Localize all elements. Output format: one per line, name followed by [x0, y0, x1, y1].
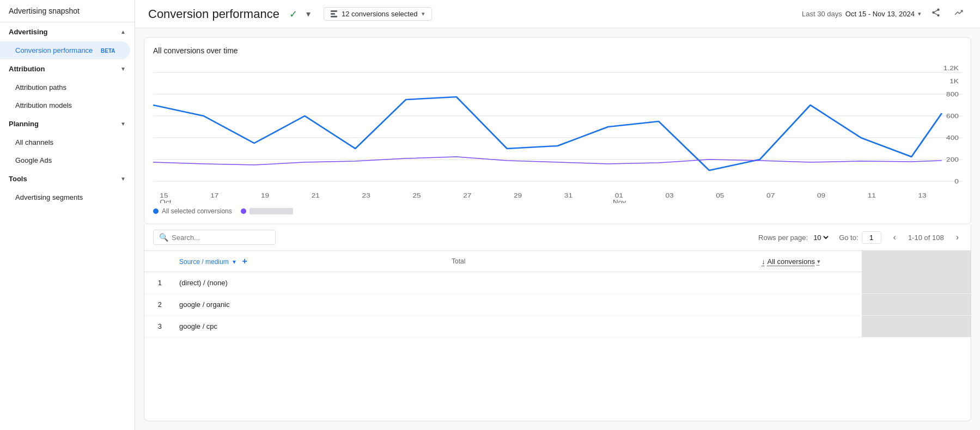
svg-text:200: 200 [946, 156, 959, 163]
row-number: 2 [144, 294, 171, 316]
search-box[interactable]: 🔍 [153, 230, 276, 245]
goto-section: Go to: [839, 231, 881, 244]
legend-gray [241, 208, 293, 214]
legend-blue-dot [153, 208, 159, 214]
all-conversions-label: All conversions [768, 257, 815, 266]
source-medium-label: Source / medium [179, 258, 229, 266]
down-arrow-icon: ↓ [762, 257, 765, 266]
svg-text:01: 01 [615, 192, 623, 199]
title-check-icon: ✓ [289, 8, 297, 20]
row-total [443, 272, 753, 294]
chart-area: 0 200 400 600 800 1K 1.2K 15 Oct 17 19 2… [153, 62, 962, 203]
svg-text:29: 29 [514, 192, 522, 199]
goto-label: Go to: [839, 234, 858, 242]
svg-text:400: 400 [946, 134, 959, 141]
chevron-down-icon-2: ▼ [120, 121, 126, 127]
main-content: Conversion performance ✓ ▾ 12 conversion… [135, 0, 980, 430]
svg-text:05: 05 [716, 192, 724, 199]
total-label: Total [452, 257, 465, 265]
legend-purple-dot [241, 208, 246, 214]
conversions-dropdown-arrow: ▾ [422, 10, 425, 17]
row-total [443, 294, 753, 316]
sidebar-section-label-planning: Planning [9, 120, 39, 128]
sidebar: Advertising snapshot Advertising ▲ Conve… [0, 0, 135, 430]
row-source: google / organic [171, 294, 443, 316]
svg-text:09: 09 [817, 192, 825, 199]
svg-text:27: 27 [463, 192, 471, 199]
sidebar-section-tools[interactable]: Tools ▼ [0, 169, 135, 188]
sidebar-item-conversion-performance[interactable]: Conversion performance BETA [0, 41, 130, 59]
table-body: 1 (direct) / (none) 2 google / organic 3… [144, 272, 971, 337]
svg-text:1.2K: 1.2K [944, 65, 959, 71]
data-table: Source / medium ▾ + Total ↓ All conversi… [144, 251, 971, 337]
svg-text:21: 21 [312, 192, 320, 199]
row-overlay [862, 316, 971, 337]
next-page-button[interactable]: › [953, 231, 962, 243]
svg-text:03: 03 [666, 192, 674, 199]
col-header-overlay [862, 251, 971, 272]
sidebar-section-label-advertising: Advertising [9, 28, 48, 36]
table-row: 1 (direct) / (none) [144, 272, 971, 294]
sidebar-item-label: Attribution models [15, 101, 72, 109]
pagination-info: 1-10 of 108 [908, 234, 944, 242]
topbar: Conversion performance ✓ ▾ 12 conversion… [135, 0, 980, 28]
row-conversions [753, 316, 862, 337]
svg-text:13: 13 [918, 192, 927, 199]
sidebar-item-label: Attribution paths [15, 83, 66, 91]
sidebar-item-attribution-models[interactable]: Attribution models [0, 96, 130, 114]
search-input[interactable] [172, 234, 270, 242]
date-range-value: Oct 15 - Nov 13, 2024 [845, 10, 915, 18]
svg-text:600: 600 [946, 113, 959, 119]
compare-icon [954, 8, 964, 17]
row-source: (direct) / (none) [171, 272, 443, 294]
date-range-selector[interactable]: Last 30 days Oct 15 - Nov 13, 2024 ▾ [802, 10, 921, 18]
rows-per-page-select[interactable]: 10 25 50 [811, 233, 830, 242]
chart-container: All conversions over time 0 200 400 600 … [144, 37, 971, 224]
chart-svg: 0 200 400 600 800 1K 1.2K 15 Oct 17 19 2… [153, 62, 962, 203]
col-header-conversions[interactable]: ↓ All conversions ▾ [753, 251, 862, 272]
col-header-total: Total [443, 251, 753, 272]
legend-blue: All selected conversions [153, 207, 232, 215]
svg-text:800: 800 [946, 91, 959, 97]
filter-icon [331, 10, 337, 17]
chart-legend: All selected conversions [153, 207, 962, 215]
title-dropdown-button[interactable]: ▾ [304, 8, 313, 20]
sidebar-item-advertising-snapshot[interactable]: Advertising snapshot [0, 0, 135, 22]
col-header-add-icon[interactable]: + [242, 256, 247, 266]
date-range-arrow-icon: ▾ [918, 10, 921, 17]
sidebar-item-advertising-segments[interactable]: Advertising segments [0, 188, 130, 206]
table-row: 3 google / cpc [144, 316, 971, 337]
svg-text:19: 19 [261, 192, 269, 199]
table-container: 🔍 Rows per page: 10 25 50 Go to: ‹ 1-10 … [144, 224, 971, 421]
conversion-selector[interactable]: 12 conversions selected ▾ [324, 7, 432, 21]
sidebar-item-label: Google Ads [15, 156, 52, 164]
sidebar-section-advertising[interactable]: Advertising ▲ [0, 22, 135, 41]
sidebar-item-label: All channels [15, 138, 53, 146]
svg-text:Oct: Oct [160, 199, 172, 203]
sidebar-item-google-ads[interactable]: Google Ads [0, 151, 130, 169]
row-conversions [753, 272, 862, 294]
page-title: Conversion performance [148, 7, 279, 21]
share-button[interactable] [928, 5, 944, 22]
col-header-dropdown-icon[interactable]: ▾ [233, 258, 236, 266]
col-header-source[interactable]: Source / medium ▾ + [171, 251, 443, 272]
sidebar-section-planning[interactable]: Planning ▼ [0, 114, 135, 133]
chart-compare-button[interactable] [951, 5, 967, 22]
goto-input[interactable] [862, 231, 881, 244]
all-conversions-dropdown-icon: ▾ [817, 258, 820, 265]
row-source: google / cpc [171, 316, 443, 337]
sidebar-item-all-channels[interactable]: All channels [0, 133, 130, 151]
table-row: 2 google / organic [144, 294, 971, 316]
svg-text:11: 11 [868, 192, 876, 199]
row-number: 1 [144, 272, 171, 294]
legend-bar [249, 208, 293, 214]
prev-page-button[interactable]: ‹ [890, 231, 899, 243]
svg-text:15: 15 [160, 192, 168, 199]
svg-text:31: 31 [564, 192, 573, 199]
sidebar-item-label: Advertising segments [15, 193, 83, 201]
date-range-label: Last 30 days [802, 10, 842, 18]
all-conversions-button[interactable]: ↓ All conversions ▾ [762, 257, 820, 266]
sidebar-section-attribution[interactable]: Attribution ▼ [0, 59, 135, 78]
sidebar-item-attribution-paths[interactable]: Attribution paths [0, 78, 130, 96]
svg-text:25: 25 [412, 192, 421, 199]
